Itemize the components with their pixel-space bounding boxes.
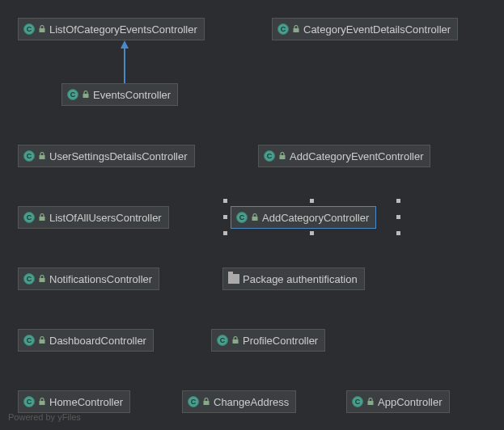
node-label: EventsController: [93, 89, 171, 101]
class-icon: C: [23, 273, 35, 285]
lock-icon: [38, 152, 46, 160]
node-label: NotificationsController: [49, 273, 152, 285]
diagram-canvas[interactable]: C ListOfCategoryEventsController C Categ…: [0, 0, 504, 430]
class-icon: C: [23, 335, 35, 346]
svg-rect-6: [252, 217, 258, 221]
class-node-dashboard[interactable]: C DashboardController: [18, 329, 154, 352]
class-icon: C: [67, 89, 78, 100]
watermark-text: Powered by yFiles: [8, 412, 81, 422]
selection-handle[interactable]: [310, 199, 314, 203]
node-label: HomeController: [49, 396, 123, 408]
svg-rect-12: [368, 401, 374, 405]
class-node-app[interactable]: C AppController: [346, 390, 450, 413]
svg-rect-5: [40, 217, 45, 221]
svg-rect-10: [40, 401, 45, 405]
lock-icon: [251, 213, 259, 221]
selection-handle[interactable]: [223, 199, 227, 203]
lock-icon: [38, 336, 46, 344]
class-node-change-address[interactable]: C ChangeAddress: [182, 390, 296, 413]
lock-icon: [292, 25, 300, 33]
selection-handle[interactable]: [396, 215, 400, 219]
class-node-home[interactable]: C HomeController: [18, 390, 130, 413]
selection-handle[interactable]: [223, 215, 227, 219]
node-label: UserSettingsDetailsController: [49, 150, 188, 162]
class-node-category-event-details[interactable]: C CategoryEventDetailsController: [272, 18, 458, 40]
svg-rect-8: [40, 339, 45, 344]
class-icon: C: [217, 335, 228, 346]
svg-rect-11: [204, 401, 210, 405]
lock-icon: [38, 398, 46, 406]
lock-icon: [38, 25, 46, 33]
selection-handle[interactable]: [223, 231, 227, 235]
lock-icon: [231, 336, 239, 344]
class-icon: C: [23, 23, 35, 35]
svg-rect-3: [40, 155, 45, 159]
lock-icon: [38, 275, 46, 283]
svg-rect-1: [294, 28, 299, 32]
class-icon: C: [23, 212, 35, 223]
class-node-user-settings-details[interactable]: C UserSettingsDetailsController: [18, 145, 195, 167]
class-icon: C: [236, 212, 248, 223]
class-icon: C: [23, 396, 35, 407]
svg-rect-9: [233, 339, 239, 344]
lock-icon: [82, 91, 90, 99]
selection-handle[interactable]: [310, 231, 314, 235]
class-icon: C: [188, 396, 199, 407]
class-node-list-of-all-users[interactable]: C ListOfAllUsersController: [18, 206, 169, 229]
edge-line: [124, 48, 125, 84]
svg-rect-2: [83, 94, 89, 98]
svg-rect-0: [40, 28, 45, 32]
svg-rect-7: [40, 278, 45, 282]
lock-icon: [366, 398, 375, 406]
class-icon: C: [352, 396, 363, 407]
class-node-events[interactable]: C EventsController: [61, 83, 178, 106]
lock-icon: [38, 213, 46, 221]
class-node-add-category[interactable]: C AddCategoryController: [231, 206, 376, 229]
edge-arrowhead: [121, 40, 129, 48]
node-label: ListOfAllUsersController: [49, 212, 162, 224]
class-icon: C: [23, 150, 35, 162]
node-label: ProfileController: [243, 335, 318, 347]
node-label: AppController: [378, 396, 443, 408]
node-label: DashboardController: [49, 335, 146, 347]
node-label: ChangeAddress: [214, 396, 289, 408]
class-icon: C: [264, 150, 275, 162]
class-node-notifications[interactable]: C NotificationsController: [18, 268, 159, 290]
node-label: ListOfCategoryEventsController: [49, 23, 197, 36]
node-label: CategoryEventDetailsController: [303, 23, 451, 36]
svg-rect-4: [280, 155, 286, 159]
lock-icon: [202, 398, 210, 406]
node-label: Package authentification: [243, 273, 358, 285]
class-node-list-of-category-events[interactable]: C ListOfCategoryEventsController: [18, 18, 205, 40]
selection-handle[interactable]: [396, 199, 400, 203]
package-icon: [228, 274, 239, 284]
package-node-authentification[interactable]: Package authentification: [222, 268, 365, 290]
selection-handle[interactable]: [396, 231, 400, 235]
node-label: AddCategoryEventController: [290, 150, 423, 162]
class-node-add-category-event[interactable]: C AddCategoryEventController: [258, 145, 430, 167]
class-node-profile[interactable]: C ProfileController: [211, 329, 325, 352]
class-icon: C: [277, 23, 289, 35]
lock-icon: [278, 152, 286, 160]
node-label: AddCategoryController: [262, 212, 369, 224]
